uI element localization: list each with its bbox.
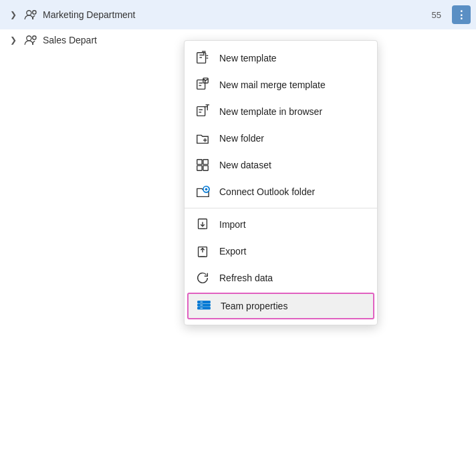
menu-item-connect-outlook[interactable]: Connect Outlook folder [185, 178, 377, 205]
svg-rect-25 [197, 166, 202, 170]
svg-point-1 [33, 11, 36, 14]
refresh-icon [195, 271, 210, 285]
new-folder-icon [195, 131, 210, 146]
svg-rect-36 [198, 304, 210, 306]
more-button-marketing[interactable]: ⋮ [452, 5, 471, 24]
new-folder-label: New folder [219, 133, 264, 144]
new-template-label: New template [219, 53, 277, 63]
menu-item-new-folder[interactable]: New folder [185, 125, 377, 152]
marketing-count: 55 [432, 10, 441, 20]
group-icon-sales [24, 35, 37, 45]
export-label: Export [219, 246, 246, 257]
new-dataset-icon [195, 158, 210, 172]
marketing-label: Marketing Department [43, 9, 427, 20]
menu-divider [185, 208, 377, 208]
menu-item-import[interactable]: Import [185, 211, 377, 238]
menu-item-new-mail-merge[interactable]: New mail merge template [185, 71, 377, 98]
connect-outlook-label: Connect Outlook folder [219, 186, 315, 197]
menu-item-new-template-browser[interactable]: New template in browser [185, 98, 377, 125]
svg-rect-11 [197, 80, 205, 90]
svg-rect-35 [198, 301, 210, 303]
menu-item-export[interactable]: Export [185, 238, 377, 265]
svg-point-2 [27, 36, 31, 41]
menu-item-team-properties[interactable]: Team properties [187, 293, 374, 319]
new-dataset-label: New dataset [219, 160, 271, 170]
svg-point-28 [205, 188, 208, 191]
sidebar: ❯ Marketing Department 55 ⋮ ❯ Sales Depa… [0, 0, 476, 461]
svg-rect-15 [197, 107, 205, 116]
new-mail-merge-label: New mail merge template [219, 80, 326, 90]
menu-item-new-template[interactable]: New template [185, 45, 377, 71]
svg-rect-24 [203, 160, 208, 164]
svg-rect-23 [197, 160, 202, 164]
context-menu: New template New mail merge template [184, 40, 378, 325]
menu-item-new-dataset[interactable]: New dataset [185, 152, 377, 178]
new-template-browser-icon [195, 104, 210, 119]
export-icon [195, 244, 210, 259]
new-template-icon [195, 51, 210, 65]
svg-point-0 [27, 11, 31, 15]
svg-point-3 [33, 36, 36, 39]
team-properties-icon [197, 299, 211, 313]
menu-item-refresh[interactable]: Refresh data [185, 265, 377, 291]
svg-rect-37 [198, 307, 210, 309]
refresh-label: Refresh data [219, 273, 273, 283]
import-label: Import [219, 219, 246, 230]
chevron-right-icon: ❯ [8, 10, 19, 19]
group-icon-marketing [24, 9, 37, 20]
svg-rect-26 [203, 166, 208, 170]
chevron-right-icon-sales: ❯ [8, 35, 19, 45]
sidebar-item-marketing[interactable]: ❯ Marketing Department 55 ⋮ [0, 0, 476, 29]
import-icon [195, 217, 210, 232]
team-properties-label: Team properties [221, 301, 287, 311]
connect-outlook-icon [195, 184, 210, 199]
new-template-browser-label: New template in browser [219, 106, 322, 117]
new-mail-merge-icon [195, 78, 210, 92]
